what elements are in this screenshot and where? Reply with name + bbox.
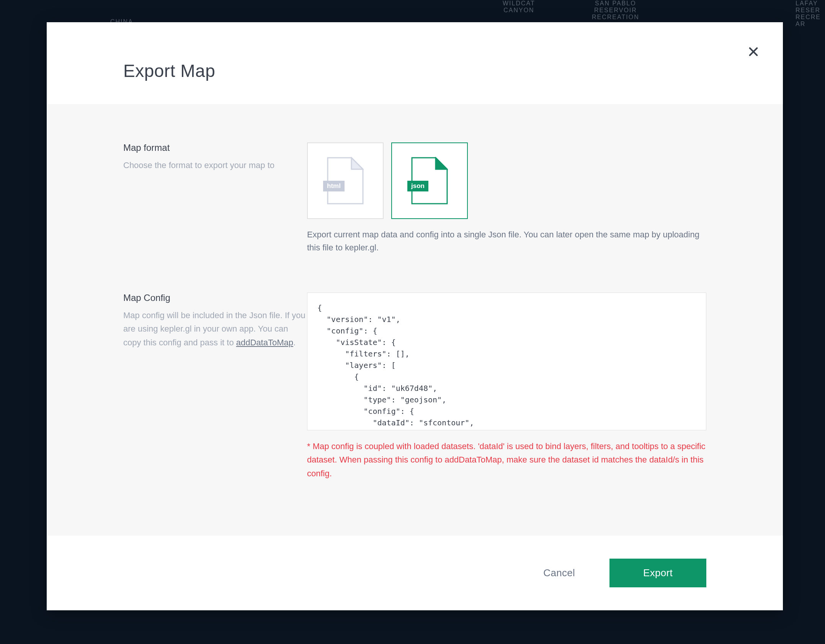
- json-file-icon: json: [411, 157, 448, 204]
- format-option-html[interactable]: html: [307, 142, 384, 219]
- map-label-lafayette: LAFAYRESERRECREAR: [796, 0, 821, 28]
- modal-title: Export Map: [123, 60, 215, 81]
- map-format-section: Map format Choose the format to export y…: [123, 142, 706, 254]
- map-config-desc: Map config will be included in the Json …: [123, 309, 307, 349]
- map-format-title: Map format: [123, 142, 307, 153]
- format-options: html json: [307, 142, 706, 219]
- config-disclaimer: * Map config is coupled with loaded data…: [307, 440, 706, 480]
- map-format-right: html json Export current map da: [307, 142, 706, 254]
- map-config-right: { "version": "v1", "config": { "visState…: [307, 293, 706, 480]
- export-map-modal: Export Map Map format Choose the format …: [47, 22, 783, 610]
- add-data-to-map-link[interactable]: addDataToMap: [236, 338, 293, 347]
- map-label-sanpablo: SAN PABLORESERVOIRRECREATION: [592, 0, 639, 21]
- export-button[interactable]: Export: [609, 559, 706, 587]
- modal-footer: Cancel Export: [47, 536, 783, 610]
- map-config-section: Map Config Map config will be included i…: [123, 293, 706, 480]
- map-format-desc: Choose the format to export your map to: [123, 159, 307, 172]
- map-label-wildcat: WILDCATCANYON: [503, 0, 535, 14]
- map-config-left: Map Config Map config will be included i…: [123, 293, 307, 480]
- json-badge-label: json: [407, 181, 428, 191]
- map-config-title: Map Config: [123, 293, 307, 303]
- modal-header: Export Map: [47, 22, 783, 104]
- close-icon: [748, 46, 759, 57]
- cancel-button[interactable]: Cancel: [520, 559, 598, 587]
- map-format-left: Map format Choose the format to export y…: [123, 142, 307, 254]
- modal-body: Map format Choose the format to export y…: [47, 104, 783, 536]
- format-option-json[interactable]: json: [391, 142, 468, 219]
- close-button[interactable]: [744, 42, 763, 61]
- html-badge-label: html: [323, 181, 345, 191]
- html-file-icon: html: [327, 157, 364, 204]
- format-selected-desc: Export current map data and config into …: [307, 228, 706, 254]
- config-code-box[interactable]: { "version": "v1", "config": { "visState…: [307, 293, 706, 430]
